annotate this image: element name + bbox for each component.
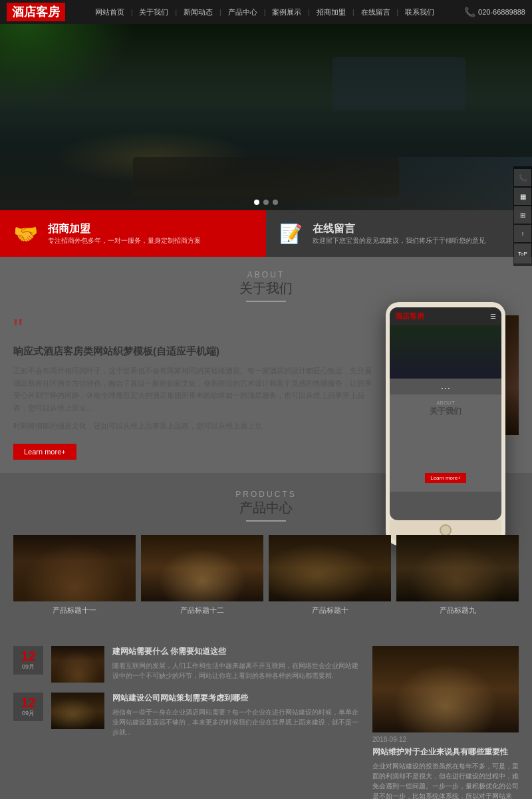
product-item-1[interactable]: 产品标题十一 [13, 535, 136, 619]
product-name-3: 产品标题十 [269, 601, 391, 619]
news-text-1: 随着互联网的发展，人们工作和生活中越来越离不开互联网，在网络世会企业网站建设中的… [112, 661, 362, 681]
product-item-3[interactable]: 产品标题十 [269, 535, 391, 619]
phone-about-cn: 关于我们 [395, 406, 496, 417]
franchise-banner[interactable]: 🤝 招商加盟 专注招商外包多年，一对一服务，量身定制招商方案 [0, 210, 266, 257]
products-grid: 产品标题十一 产品标题十二 产品标题十 产品标题九 [13, 535, 519, 619]
main-nav: 网站首页 | 关于我们 | 新闻动态 | 产品中心 | 案例展示 | 招商加盟 … [65, 7, 464, 17]
news-date-2: 12 09月 [13, 693, 43, 721]
news-month-1: 09月 [17, 663, 40, 671]
phone-icon: 📞 [464, 7, 475, 17]
nav-message[interactable]: 在线留言 [356, 7, 396, 17]
product-name-2: 产品标题十二 [141, 601, 263, 619]
hero-dot-2[interactable] [263, 200, 269, 205]
nav-sep-1: | [131, 9, 133, 16]
phone-home-button[interactable] [440, 524, 452, 536]
product-thumb-3 [269, 535, 391, 601]
sidebar-top-btn[interactable]: ToP [514, 243, 531, 263]
about-subtitle: 响应式酒店客房类网站织梦模板(自适应手机端) [13, 345, 376, 358]
phone-about-section: ABOUT 关于我们 正如不会有两片相同的叶子，这个世界也不会有两家相同的英迪格… [390, 395, 501, 492]
message-title: 在线留言 [313, 222, 485, 236]
phone-learn-more[interactable]: Learn more+ [425, 473, 466, 483]
news-main-date: 2018-09-12 [372, 736, 519, 743]
news-thumb-1 [51, 646, 104, 683]
nav-contact[interactable]: 联系我们 [400, 7, 440, 17]
news-thumb-2 [51, 693, 104, 729]
nav-news[interactable]: 新闻动态 [178, 7, 218, 17]
hero-dots [254, 200, 278, 205]
product-name-4: 产品标题九 [396, 601, 519, 619]
news-day-2: 12 [17, 696, 40, 709]
phone-dots: • • • [390, 379, 501, 395]
nav-about[interactable]: 关于我们 [134, 7, 174, 17]
sidebar-qr-btn[interactable]: ▦ [514, 188, 531, 205]
right-sidebar: 📞 ▦ ⊞ ↑ ToP [513, 166, 532, 266]
franchise-icon: 🤝 [13, 222, 38, 245]
about-learn-more[interactable]: Learn more+ [13, 444, 76, 460]
news-date-1: 12 09月 [13, 646, 43, 675]
news-text-2: 相信有一些于一身在企业酒店网站需要？每一个企业在进行网站建设的时候，单单企业网站… [112, 707, 362, 737]
sidebar-share-icon: ↑ [521, 230, 525, 238]
product-item-4[interactable]: 产品标题九 [396, 535, 519, 619]
news-month-2: 09月 [17, 709, 40, 718]
phone-header: 酒店客房 ☰ [390, 307, 501, 325]
about-quote: " [13, 315, 376, 342]
message-icon: 📝 [279, 223, 303, 245]
about-text-block: " 响应式酒店客房类网站织梦模板(自适应手机端) 正如不会有两片相同的叶子，这个… [13, 315, 376, 460]
franchise-text: 招商加盟 专注招商外包多年，一对一服务，量身定制招商方案 [48, 222, 201, 245]
news-content-2: 网站建设公司网站策划需要考虑到哪些 相信有一些于一身在企业酒店网站需要？每一个企… [112, 693, 362, 737]
news-content-1: 建网站需要什么 你需要知道这些 随着互联网的发展，人们工作和生活中越来越离不开互… [112, 646, 362, 681]
nav-sep-2: | [175, 9, 177, 16]
news-list: 12 09月 建网站需要什么 你需要知道这些 随着互联网的发展，人们工作和生活中… [13, 646, 362, 799]
nav-sep-3: | [219, 9, 221, 16]
phone-about-en: ABOUT [395, 400, 496, 406]
sidebar-phone-btn[interactable]: 📞 [514, 169, 531, 186]
news-main-image [372, 646, 519, 732]
phone-hero [390, 325, 501, 379]
product-thumb-1 [13, 535, 136, 601]
news-right: 2018-09-12 网站维护对于企业来说具有哪些重要性 企业对网站建设的投资虽… [372, 646, 519, 799]
message-text: 在线留言 欢迎留下您宝贵的意见或建议，我们将乐于于倾听您的意见 [313, 222, 485, 245]
phone-menu-icon: ☰ [490, 313, 496, 320]
phone-about-text: 正如不会有两片相同的叶子，这个世界也不会有两家相同的英迪格酒店。每一家酒店的设计… [395, 420, 496, 470]
sidebar-phone-icon: 📞 [519, 174, 527, 182]
about-content: " 响应式酒店客房类网站织梦模板(自适应手机端) 正如不会有两片相同的叶子，这个… [13, 315, 519, 460]
nav-sep-4: | [264, 9, 266, 16]
message-desc: 欢迎留下您宝贵的意见或建议，我们将乐于于倾听您的意见 [313, 236, 485, 245]
sidebar-scan-icon: ⊞ [520, 212, 525, 219]
hero-dot-1[interactable] [254, 200, 259, 205]
news-section: 12 09月 建网站需要什么 你需要知道这些 随着互联网的发展，人们工作和生活中… [0, 636, 532, 799]
nav-showcase[interactable]: 案例展示 [267, 7, 307, 17]
nav-sep-5: | [308, 9, 310, 16]
about-title-line [246, 301, 286, 302]
franchise-title: 招商加盟 [48, 222, 201, 236]
site-logo[interactable]: 酒店客房 [7, 3, 65, 21]
sidebar-share-btn[interactable]: ↑ [514, 225, 531, 242]
banner-bottom: 🤝 招商加盟 专注招商外包多年，一对一服务，量身定制招商方案 📝 在线留言 欢迎… [0, 210, 532, 257]
product-item-2[interactable]: 产品标题十二 [141, 535, 263, 619]
about-section-title: ABOUT 关于我们 [13, 270, 519, 302]
franchise-desc: 专注招商外包多年，一对一服务，量身定制招商方案 [48, 236, 201, 245]
product-name-1: 产品标题十一 [13, 601, 136, 619]
about-para-1: 正如不会有两片相同的叶子，这个世界也不会有两家相同的英迪格酒店。每一家酒店的设计… [13, 365, 376, 414]
about-section: ABOUT 关于我们 " 响应式酒店客房类网站织梦模板(自适应手机端) 正如不会… [0, 257, 532, 473]
message-banner[interactable]: 📝 在线留言 欢迎留下您宝贵的意见或建议，我们将乐于于倾听您的意见 [266, 210, 532, 257]
product-thumb-4 [396, 535, 519, 601]
news-title-1[interactable]: 建网站需要什么 你需要知道这些 [112, 646, 362, 657]
about-en-title: ABOUT [13, 270, 519, 279]
nav-sep-7: | [397, 9, 399, 16]
hero-dot-3[interactable] [273, 200, 278, 205]
news-main-title[interactable]: 网站维护对于企业来说具有哪些重要性 [372, 746, 519, 758]
nav-products[interactable]: 产品中心 [223, 7, 263, 17]
sidebar-top-label: ToP [518, 251, 527, 257]
sidebar-scan-btn[interactable]: ⊞ [514, 206, 531, 224]
phone-number: 020-66889888 [478, 8, 525, 16]
news-title-2[interactable]: 网站建设公司网站策划需要考虑到哪些 [112, 693, 362, 704]
news-item-2: 12 09月 网站建设公司网站策划需要考虑到哪些 相信有一些于一身在企业酒店网站… [13, 693, 362, 737]
nav-home[interactable]: 网站首页 [90, 7, 130, 17]
header-phone: 📞 020-66889888 [464, 7, 525, 17]
header: 酒店客房 网站首页 | 关于我们 | 新闻动态 | 产品中心 | 案例展示 | … [0, 0, 532, 24]
sidebar-qr-icon: ▦ [520, 193, 526, 200]
nav-franchise[interactable]: 招商加盟 [311, 7, 351, 17]
news-main-text: 企业对网站建设的投资虽然在每年不多，可是，里面的利润却不是很大，但在进行建设的过… [372, 761, 519, 799]
phone-screen: 酒店客房 ☰ • • • ABOUT 关于我们 正如不会有两片相同的叶子，这个世… [390, 307, 501, 520]
